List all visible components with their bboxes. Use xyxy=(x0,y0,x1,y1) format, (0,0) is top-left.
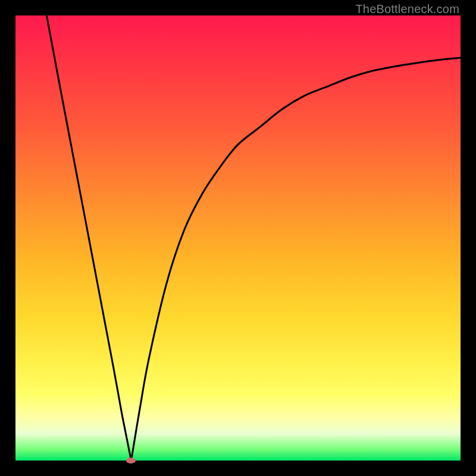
minimum-marker xyxy=(126,458,136,464)
watermark-text: TheBottleneck.com xyxy=(355,2,459,16)
chart-container: TheBottleneck.com xyxy=(0,0,476,476)
curve-svg xyxy=(15,15,461,461)
plot-area xyxy=(15,15,461,461)
bottleneck-curve-path xyxy=(46,15,461,461)
